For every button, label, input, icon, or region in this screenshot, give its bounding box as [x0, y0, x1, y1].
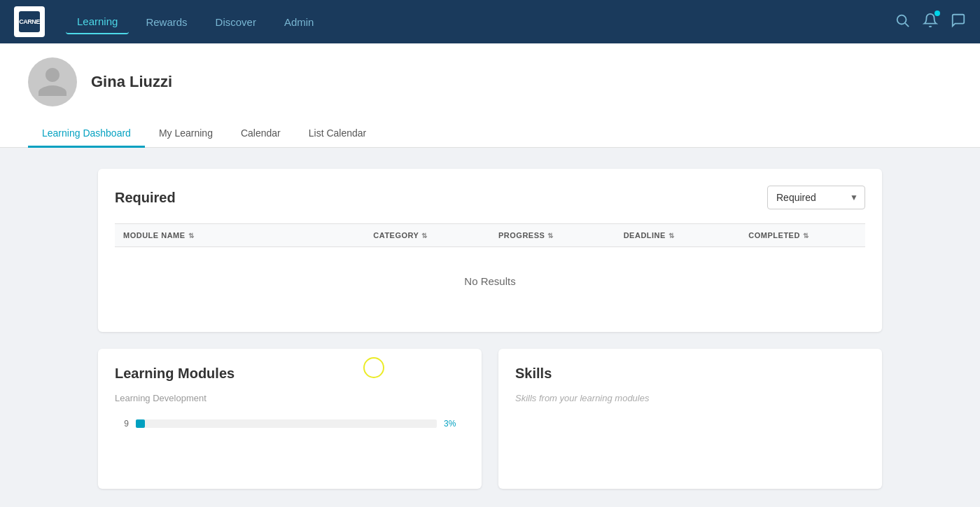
profile-info: Gina Liuzzi — [28, 57, 952, 115]
chart-bar-row: 9 3% — [115, 419, 465, 429]
no-results-message: No Results — [115, 247, 865, 315]
chart-bar-fill — [136, 419, 145, 428]
required-table: MODULE NAME ⇅ CATEGORY ⇅ PROGRESS ⇅ DEAD… — [115, 223, 865, 315]
nav-link-learning[interactable]: Learning — [66, 10, 129, 34]
bottom-cards: Learning Modules Learning Development 9 … — [98, 349, 882, 489]
skills-card: Skills Skills from your learning modules — [498, 349, 882, 489]
navbar-links: Learning Rewards Discover Admin — [66, 10, 895, 34]
sort-category-icon: ⇅ — [421, 232, 428, 239]
nav-link-discover[interactable]: Discover — [204, 11, 267, 34]
skills-title: Skills — [515, 366, 865, 382]
col-completed[interactable]: COMPLETED ⇅ — [740, 224, 865, 246]
main-content: Required Required Optional All ▼ MODULE … — [0, 148, 980, 507]
tab-list-calendar[interactable]: List Calendar — [295, 120, 381, 148]
required-dropdown[interactable]: Required Optional All — [767, 186, 865, 209]
chart-bar-track — [136, 419, 437, 428]
chat-icon[interactable] — [951, 13, 966, 32]
notifications-icon[interactable] — [923, 13, 938, 32]
learning-modules-card: Learning Modules Learning Development 9 … — [98, 349, 482, 489]
sort-completed-icon: ⇅ — [803, 232, 809, 239]
tab-learning-dashboard[interactable]: Learning Dashboard — [28, 120, 145, 148]
avatar — [28, 57, 77, 106]
sort-deadline-icon: ⇅ — [668, 232, 675, 239]
col-deadline[interactable]: DEADLINE ⇅ — [615, 224, 741, 246]
learning-modules-subtitle: Learning Development — [115, 393, 465, 403]
required-card: Required Required Optional All ▼ MODULE … — [98, 169, 882, 332]
col-progress[interactable]: PROGRESS ⇅ — [490, 224, 615, 246]
learning-modules-title: Learning Modules — [115, 366, 465, 382]
profile-name: Gina Liuzzi — [91, 73, 172, 91]
logo-inner: CARNE — [19, 11, 40, 32]
col-category[interactable]: CATEGORY ⇅ — [365, 224, 490, 246]
required-title: Required — [115, 190, 176, 206]
tab-my-learning[interactable]: My Learning — [145, 120, 227, 148]
nav-link-rewards[interactable]: Rewards — [134, 11, 198, 34]
navbar: CARNE Learning Rewards Discover Admin — [0, 0, 980, 43]
required-dropdown-wrapper: Required Optional All ▼ — [767, 186, 865, 209]
avatar-icon — [35, 64, 70, 99]
svg-point-0 — [897, 15, 906, 24]
profile-tabs: Learning Dashboard My Learning Calendar … — [28, 120, 952, 147]
col-module-name[interactable]: MODULE NAME ⇅ — [115, 224, 365, 246]
navbar-icons — [895, 13, 966, 32]
chart-area: 9 3% — [115, 412, 465, 429]
profile-header: Gina Liuzzi Learning Dashboard My Learni… — [0, 43, 980, 148]
sort-module-icon: ⇅ — [188, 232, 195, 239]
nav-link-admin[interactable]: Admin — [273, 11, 326, 34]
chart-bar-left-label: 9 — [115, 419, 129, 429]
app-logo[interactable]: CARNE — [14, 6, 45, 37]
sort-progress-icon: ⇅ — [547, 232, 554, 239]
notification-badge — [934, 11, 940, 16]
skills-placeholder: Skills from your learning modules — [515, 393, 865, 403]
tab-calendar[interactable]: Calendar — [227, 120, 295, 148]
chart-bar-right-label: 3% — [444, 419, 465, 429]
search-icon[interactable] — [895, 13, 910, 32]
table-header: MODULE NAME ⇅ CATEGORY ⇅ PROGRESS ⇅ DEAD… — [115, 223, 865, 247]
svg-line-1 — [905, 23, 909, 27]
required-card-header: Required Required Optional All ▼ — [115, 186, 865, 209]
